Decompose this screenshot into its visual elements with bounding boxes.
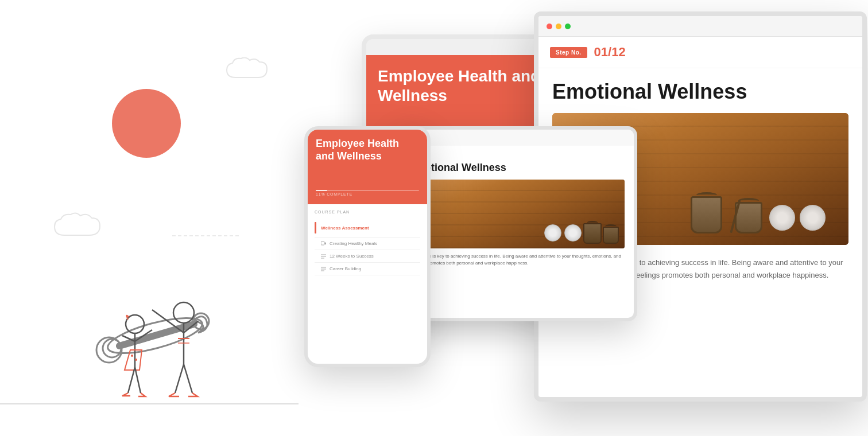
window-dot-yellow xyxy=(556,24,561,29)
desktop-step-bar: Step No. 01/12 xyxy=(538,37,862,68)
desktop-bucket-1 xyxy=(691,196,722,233)
tablet-lesson-image xyxy=(409,180,625,248)
phone-menu-item-1-label: Wellness Assessment xyxy=(321,225,369,231)
phone-progress-text: 11% COMPLETE xyxy=(316,192,419,196)
tablet-content-header: ≡ xyxy=(400,130,634,146)
phone-progress-fill xyxy=(316,190,327,191)
svg-line-13 xyxy=(135,367,141,393)
sauna-bucket-1 xyxy=(583,223,602,244)
phone-device: Employee Health and Wellness 11% COMPLET… xyxy=(304,126,431,367)
svg-point-8 xyxy=(131,355,133,357)
desktop-step-number: 01/12 xyxy=(594,45,626,60)
desktop-topbar xyxy=(538,16,862,37)
window-dot-red xyxy=(547,24,552,29)
active-indicator xyxy=(315,222,316,233)
devices-area: ≡ Employee Health and Wellness 11% COMPL… xyxy=(304,11,867,436)
desktop-lesson-title: Emotional Wellness xyxy=(552,80,848,104)
phone-content: COURSE PLAN Wellness Assessment Creating… xyxy=(308,204,427,281)
tablet-course-title: Employee Health and Wellness xyxy=(378,67,552,105)
step-badge: Step No. xyxy=(550,47,587,58)
tablet-step-number: 01/12 xyxy=(409,153,625,159)
desktop-towel-1 xyxy=(769,205,795,231)
tablet-content-body: 01/12 Emotional Wellness al wellness is … xyxy=(400,146,634,278)
svg-line-19 xyxy=(184,364,192,393)
phone-menu-item-4[interactable]: Career Building xyxy=(315,263,420,275)
desktop-towel-group xyxy=(769,205,826,231)
decorative-circle xyxy=(112,89,181,158)
phone-menu-item-2[interactable]: Creating Healthy Meals xyxy=(315,238,420,250)
window-dot-green xyxy=(565,24,571,29)
sauna-bucket-2 xyxy=(603,227,619,244)
svg-point-14 xyxy=(173,302,194,323)
desktop-towel-2 xyxy=(800,205,826,231)
cloud-decoration-1 xyxy=(224,57,270,80)
svg-point-6 xyxy=(126,315,144,333)
svg-line-12 xyxy=(128,367,135,393)
svg-rect-20 xyxy=(321,242,324,245)
svg-line-18 xyxy=(175,364,184,393)
phone-progress-bar xyxy=(316,190,419,191)
phone-menu-item-3[interactable]: 12 Weeks to Success xyxy=(315,250,420,263)
tablet-lesson-title: Emotional Wellness xyxy=(409,162,625,174)
phone-menu-item-3-label: 12 Weeks to Success xyxy=(330,254,374,259)
phone-course-plan-label: COURSE PLAN xyxy=(315,210,420,214)
stick-figure-illustration xyxy=(46,232,287,404)
tablet-description-text: al wellness is key to achieving success … xyxy=(409,248,625,271)
svg-point-9 xyxy=(135,359,137,361)
phone-menu-item-4-label: Career Building xyxy=(330,266,361,271)
phone-menu-item-1[interactable]: Wellness Assessment xyxy=(315,219,420,238)
phone-menu-item-2-label: Creating Healthy Meals xyxy=(330,241,377,246)
list-icon-2 xyxy=(321,266,326,271)
towel-1 xyxy=(544,224,561,242)
towel-2 xyxy=(564,224,582,242)
list-icon-1 xyxy=(321,254,326,259)
tablet-content-device: ≡ 01/12 Emotional Wellness al wellness i… xyxy=(396,126,637,321)
phone-course-title: Employee Health and Wellness xyxy=(316,138,419,162)
video-icon xyxy=(321,241,326,246)
phone-hero: Employee Health and Wellness 11% COMPLET… xyxy=(308,130,427,204)
